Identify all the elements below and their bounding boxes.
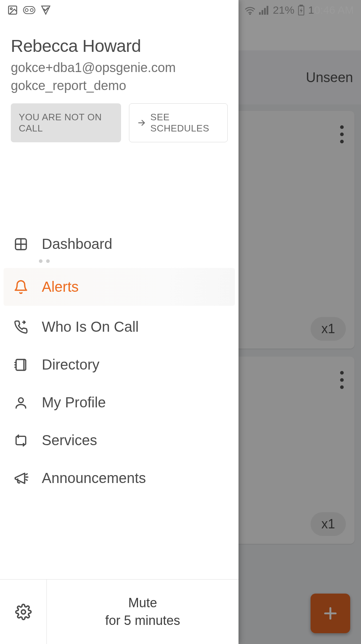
sync-icon — [13, 433, 29, 448]
nav-label: Directory — [42, 357, 226, 373]
svg-line-13 — [26, 474, 27, 474]
nav-item-announcements[interactable]: Announcements — [0, 459, 239, 497]
svg-point-11 — [18, 398, 23, 402]
navigation-drawer: Rebecca Howard gokce+dba1@opsgenie.com g… — [0, 0, 239, 644]
voicemail-icon — [23, 6, 35, 14]
user-name: Rebecca Howard — [11, 36, 228, 56]
on-call-status-chip[interactable]: YOU ARE NOT ON CALL — [11, 103, 121, 142]
user-icon — [13, 395, 29, 411]
nav-label: Dashboard — [42, 236, 226, 252]
signal-icon — [259, 5, 269, 15]
svg-rect-23 — [259, 12, 261, 15]
nav-label: Announcements — [42, 470, 226, 486]
mute-button[interactable]: Mute for 5 minutes — [47, 580, 239, 644]
svg-point-21 — [30, 9, 33, 12]
drawer-footer: Mute for 5 minutes — [0, 579, 239, 644]
svg-rect-26 — [267, 6, 268, 15]
gear-icon — [15, 604, 32, 620]
oncall-chip-label: YOU ARE NOT ON CALL — [19, 112, 113, 134]
arrow-right-icon — [137, 118, 146, 128]
nav-label: Who Is On Call — [42, 319, 226, 335]
nav-item-my-profile[interactable]: My Profile — [0, 384, 239, 421]
dashboard-icon — [13, 236, 29, 252]
check-icon — [40, 5, 51, 15]
svg-point-16 — [21, 610, 26, 614]
battery-percent: 21% — [273, 4, 294, 16]
see-schedules-button[interactable]: SEE SCHEDULES — [129, 103, 228, 142]
svg-rect-25 — [264, 8, 266, 15]
nav-item-services[interactable]: Services — [0, 421, 239, 459]
nav-label: Services — [42, 432, 226, 448]
wifi-icon — [245, 5, 255, 15]
image-icon — [7, 5, 18, 15]
nav-item-who-is-on-call[interactable]: Who Is On Call — [0, 308, 239, 346]
nav-item-alerts[interactable]: Alerts — [4, 268, 235, 306]
nav-label: My Profile — [42, 394, 226, 411]
svg-point-18 — [10, 8, 12, 10]
nav-item-directory[interactable]: Directory — [0, 346, 239, 384]
user-org: gokce_report_demo — [11, 78, 228, 93]
user-email: gokce+dba1@opsgenie.com — [11, 60, 228, 75]
svg-rect-12 — [16, 436, 26, 444]
svg-line-15 — [26, 479, 27, 480]
settings-button[interactable] — [0, 580, 47, 644]
status-bar: 21% 10:46 AM — [0, 0, 361, 20]
phone-forward-icon — [13, 319, 29, 335]
battery-charging-icon — [298, 5, 304, 15]
svg-rect-24 — [262, 10, 263, 15]
nav-label: Alerts — [42, 279, 226, 295]
clock-visible: 10:46 AM — [308, 4, 354, 16]
book-icon — [13, 357, 29, 373]
drawer-nav: Dashboard Alerts Who Is On Call Direc — [0, 225, 239, 497]
nav-item-dashboard[interactable]: Dashboard — [0, 225, 239, 263]
drawer-header: Rebecca Howard gokce+dba1@opsgenie.com g… — [0, 0, 239, 142]
svg-rect-28 — [300, 5, 303, 6]
see-schedules-label: SEE SCHEDULES — [150, 112, 219, 134]
bell-icon — [13, 279, 29, 295]
svg-point-22 — [250, 14, 251, 15]
drawer-scrim[interactable] — [239, 0, 361, 644]
mute-label-line2: for 5 minutes — [105, 612, 180, 630]
svg-point-20 — [25, 9, 28, 12]
mute-label-line1: Mute — [128, 594, 157, 612]
page-indicator — [39, 259, 239, 263]
megaphone-icon — [13, 470, 29, 486]
